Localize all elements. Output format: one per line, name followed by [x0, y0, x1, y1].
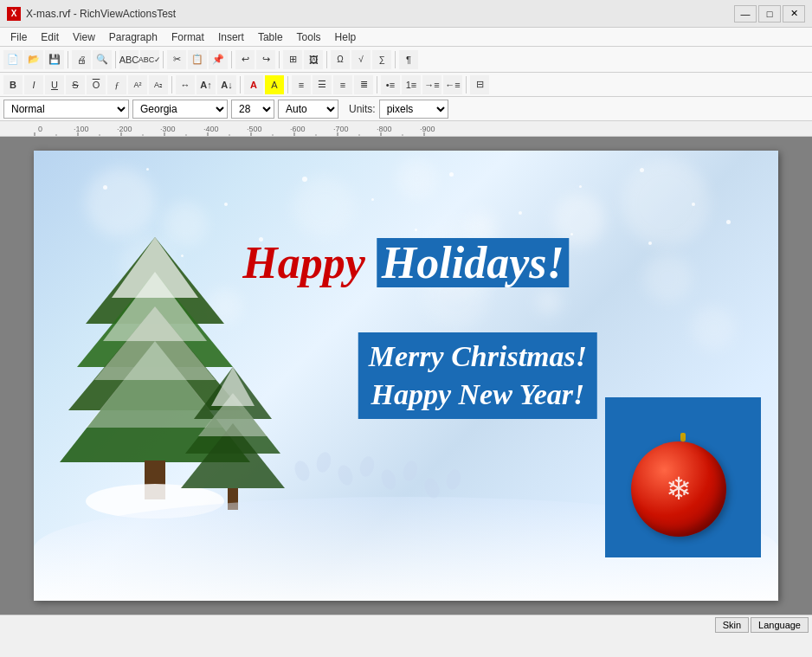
separator [68, 51, 68, 68]
reverse-button[interactable]: ↔ [176, 75, 195, 94]
menu-bar: File Edit View Paragraph Format Insert T… [0, 28, 812, 47]
copy-button[interactable]: 📋 [188, 50, 207, 69]
redo-button[interactable]: ↪ [256, 50, 275, 69]
svg-text:·600: ·600 [290, 125, 306, 133]
footprints [276, 445, 493, 531]
menu-format[interactable]: Format [164, 28, 211, 46]
separator [115, 51, 116, 68]
svg-point-53 [401, 459, 420, 482]
language-button[interactable]: Language [751, 617, 809, 633]
svg-text:·800: ·800 [377, 125, 392, 133]
outdent-button[interactable]: ←≡ [443, 75, 462, 94]
overline-button[interactable]: O [87, 75, 106, 94]
close-button[interactable]: ✕ [783, 5, 805, 23]
paragraph-button[interactable]: ¶ [399, 50, 418, 69]
decrease-size-button[interactable]: A↓ [217, 75, 236, 94]
toolbar-2: B I U S O ƒ A² A₂ ↔ A↑ A↓ A A ≡ ☰ ≡ ≣ •≡… [0, 73, 812, 97]
ornament-ball: ❄ [631, 441, 726, 537]
card-background: Happy Holidays! Merry Christmas! Happy N… [34, 151, 778, 601]
happy-holidays-text: Happy Holidays! [242, 237, 569, 288]
menu-table[interactable]: Table [251, 28, 290, 46]
maximize-button[interactable]: □ [758, 5, 781, 23]
menu-edit[interactable]: Edit [34, 28, 66, 46]
document[interactable]: Happy Holidays! Merry Christmas! Happy N… [34, 151, 778, 601]
svg-point-48 [292, 459, 312, 483]
ruler: 0 ·100 ·200 ·300 ·400 ·500 ·600 ·700 ·80… [0, 121, 812, 137]
menu-paragraph[interactable]: Paragraph [102, 28, 164, 46]
italic-button[interactable]: I [24, 75, 43, 94]
justify-button[interactable]: ≣ [354, 75, 373, 94]
happy-new-year-text: Happy New Year! [369, 376, 587, 414]
align-left-button[interactable]: ≡ [292, 75, 311, 94]
merry-christmas-block: Merry Christmas! Happy New Year! [358, 332, 597, 419]
undo-button[interactable]: ↩ [235, 50, 255, 69]
svg-text:·500: ·500 [247, 125, 262, 133]
menu-view[interactable]: View [66, 28, 102, 46]
spell2-button[interactable]: ABC✓ [140, 50, 159, 69]
underline-button[interactable]: U [45, 75, 64, 94]
spacing-dropdown[interactable]: Auto [278, 100, 338, 119]
ornament-box: ❄ [605, 397, 761, 557]
separator [326, 51, 327, 68]
text-color-button[interactable]: A [244, 75, 263, 94]
equation-button[interactable]: √ [351, 50, 371, 69]
svg-text:·100: ·100 [74, 125, 89, 133]
new-button[interactable]: 📄 [3, 50, 23, 69]
status-bar: Skin Language [0, 615, 812, 634]
highlight-button[interactable]: A [265, 75, 284, 94]
window-controls: — □ ✕ [734, 5, 805, 23]
special-button[interactable]: Ω [331, 50, 350, 69]
table-button[interactable]: ⊞ [283, 50, 302, 69]
paste-button[interactable]: 📌 [209, 50, 228, 69]
spell-button[interactable]: ABC [119, 50, 139, 69]
separator [279, 51, 280, 68]
units-label: Units: [349, 103, 376, 115]
separator [466, 76, 467, 93]
svg-point-52 [378, 467, 398, 492]
menu-tools[interactable]: Tools [290, 28, 328, 46]
separator [287, 76, 288, 93]
format-bar: Normal Georgia 28 Auto Units: pixels [0, 97, 812, 121]
minimize-button[interactable]: — [734, 5, 757, 23]
border-button[interactable]: ⊟ [470, 75, 489, 94]
skin-button[interactable]: Skin [715, 617, 749, 633]
align-right-button[interactable]: ≡ [333, 75, 352, 94]
subscript-button[interactable]: A₂ [149, 75, 168, 94]
separator [240, 76, 241, 93]
separator [395, 51, 396, 68]
app-icon: X [7, 7, 21, 21]
print-button[interactable]: 🖨 [72, 50, 91, 69]
size-dropdown[interactable]: 28 [231, 100, 274, 119]
increase-size-button[interactable]: A↑ [197, 75, 216, 94]
merry-christmas-text: Merry Christmas! [369, 338, 587, 376]
style-dropdown[interactable]: Normal [3, 100, 129, 119]
svg-rect-46 [680, 433, 686, 441]
symbol-button[interactable]: ∑ [372, 50, 391, 69]
menu-help[interactable]: Help [328, 28, 364, 46]
svg-text:·700: ·700 [333, 125, 349, 133]
svg-text:0: 0 [38, 125, 42, 133]
bullets-button[interactable]: •≡ [381, 75, 400, 94]
numbers-button[interactable]: 1≡ [402, 75, 421, 94]
strikethrough-button[interactable]: S [66, 75, 85, 94]
menu-insert[interactable]: Insert [211, 28, 251, 46]
svg-text:·400: ·400 [203, 125, 219, 133]
holidays-word: Holidays! [377, 238, 570, 287]
save-button[interactable]: 💾 [45, 50, 64, 69]
open-button[interactable]: 📂 [24, 50, 43, 69]
superscript-button[interactable]: A² [128, 75, 147, 94]
cut-button[interactable]: ✂ [167, 50, 186, 69]
align-center-button[interactable]: ☰ [313, 75, 332, 94]
units-dropdown[interactable]: pixels [379, 100, 448, 119]
indent-button[interactable]: →≡ [422, 75, 441, 94]
svg-text:·200: ·200 [117, 125, 132, 133]
font-dropdown[interactable]: Georgia [132, 100, 228, 119]
preview-button[interactable]: 🔍 [93, 50, 112, 69]
toolbar-1: 📄 📂 💾 🖨 🔍 ABC ABC✓ ✂ 📋 📌 ↩ ↪ ⊞ 🖼 Ω √ ∑ ¶ [0, 47, 812, 73]
svg-point-49 [314, 450, 333, 473]
svg-point-55 [444, 467, 463, 491]
menu-file[interactable]: File [3, 28, 34, 46]
image-button[interactable]: 🖼 [304, 50, 323, 69]
symbol2-button[interactable]: ƒ [107, 75, 126, 94]
bold-button[interactable]: B [3, 75, 23, 94]
